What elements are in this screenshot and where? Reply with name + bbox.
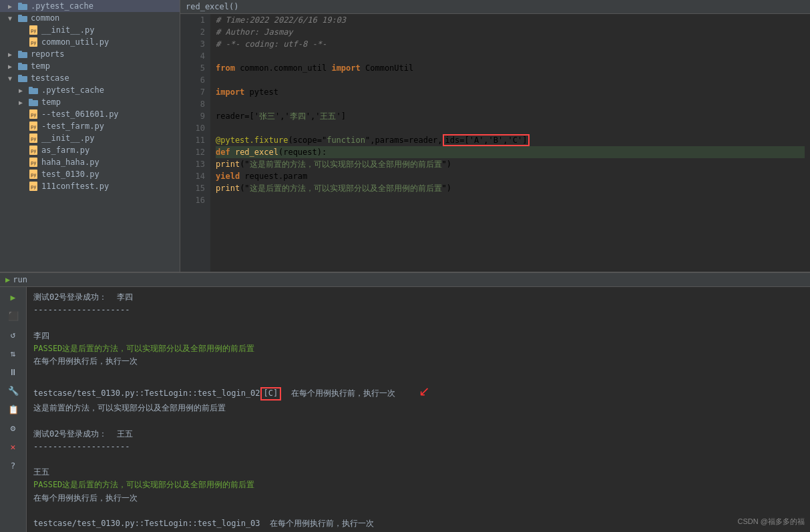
tree-item-conftest-111[interactable]: py111conftest.py	[0, 180, 180, 192]
code-line-1: # Time:2022 2022/6/16 19:03	[216, 14, 805, 26]
tree-item-pytest-cache-root[interactable]: ▶.pytest_cache	[0, 0, 180, 12]
filter-btn[interactable]: 🔧	[4, 383, 23, 398]
console-line-8: 这是前置的方法，可以实现部分以及全部用例的前后置	[33, 402, 803, 415]
tree-label-common-util: common_util.py	[41, 37, 109, 47]
tree-item-common[interactable]: ▼common	[0, 12, 180, 24]
console-line-12	[33, 453, 803, 466]
svg-text:py: py	[31, 172, 36, 178]
tree-item-testcase[interactable]: ▼testcase	[0, 72, 180, 84]
console-line-15: 在每个用例执行后，执行一次	[33, 492, 803, 505]
svg-rect-10	[18, 64, 27, 70]
tree-arrow-temp-tc: ▶	[19, 99, 28, 106]
folder-icon	[17, 61, 28, 71]
py-file-icon: py	[28, 37, 39, 47]
sort-btn[interactable]: ⇅	[4, 346, 23, 360]
tree-item-test-061601[interactable]: py--test_061601.py	[0, 108, 180, 120]
file-tree: ▶.pytest_cache▼commonpy__init__.pypycomm…	[0, 0, 180, 272]
line-num-8: 8	[180, 98, 205, 110]
tree-label-test-farm: -test_farm.py	[41, 121, 104, 131]
py-file-icon: py	[28, 146, 39, 155]
tree-label-testcase: testcase	[31, 73, 69, 83]
tree-item-test-0130[interactable]: pytest_0130.py	[0, 168, 180, 180]
console-line-16	[33, 505, 803, 517]
svg-rect-1	[18, 3, 22, 5]
line-numbers: 12345678910111213141516	[180, 14, 210, 272]
ids-highlight: ids=['A','B','C']	[443, 134, 530, 146]
svg-rect-8	[18, 52, 27, 58]
tree-label-test-0130: test_0130.py	[41, 170, 99, 179]
tree-label-temp-tc: temp	[41, 97, 61, 107]
line-num-7: 7	[180, 86, 205, 98]
svg-rect-11	[18, 63, 22, 65]
console-line-17: testcase/test_0130.py::TestLogin::test_l…	[33, 517, 803, 530]
tree-item-init-common[interactable]: py__init__.py	[0, 24, 180, 36]
line-num-1: 1	[180, 14, 205, 26]
svg-rect-2	[18, 16, 27, 22]
rerun-btn[interactable]: ↺	[4, 327, 23, 342]
code-line-10	[216, 122, 805, 134]
tree-label-pytest-cache-tc: .pytest_cache	[41, 85, 104, 95]
tree-item-as-farm[interactable]: pyas_farm.py	[0, 144, 180, 156]
console-line-10: 测试02号登录成功： 王五	[33, 428, 803, 441]
code-line-16	[216, 194, 805, 206]
tree-item-temp-tc[interactable]: ▶temp	[0, 96, 180, 108]
help-btn[interactable]: ?	[4, 458, 23, 473]
svg-rect-13	[18, 75, 22, 77]
folder-icon	[28, 97, 39, 107]
tree-label-as-farm: as_farm.py	[41, 146, 89, 155]
line-num-14: 14	[180, 170, 205, 182]
settings-btn[interactable]: ⚙	[4, 421, 23, 435]
line-num-10: 10	[180, 122, 205, 134]
bottom-panel: ▶ run ▶ ⬛ ↺ ⇅ ⏸ 🔧 📋 ⚙ ✕ ? 测试02号登录成功： 李四-…	[0, 272, 810, 532]
tree-item-reports[interactable]: ▶reports	[0, 48, 180, 60]
svg-rect-9	[18, 51, 22, 53]
stop-btn[interactable]: ⬛	[4, 308, 23, 323]
code-line-2: # Author: Jasmay	[216, 26, 805, 38]
red-arrow: ↙	[415, 384, 430, 398]
tree-label-init-common: __init__.py	[41, 25, 94, 35]
svg-rect-15	[29, 87, 33, 89]
tree-item-test-farm[interactable]: py-test_farm.py	[0, 120, 180, 132]
code-area[interactable]: 12345678910111213141516 # Time:2022 2022…	[180, 14, 810, 272]
svg-text:py: py	[31, 184, 36, 190]
svg-text:py: py	[31, 40, 36, 45]
folder-icon	[28, 85, 39, 95]
line-num-6: 6	[180, 74, 205, 86]
folder-icon	[17, 73, 28, 83]
line-num-12: 12	[180, 146, 205, 158]
py-file-icon: py	[28, 134, 39, 143]
svg-text:py: py	[31, 136, 36, 142]
py-file-icon: py	[28, 158, 39, 167]
console-line-5: 在每个用例执行后，执行一次	[33, 355, 803, 368]
tree-item-haha-haha[interactable]: pyhaha_haha.py	[0, 156, 180, 168]
tree-arrow-temp: ▶	[8, 63, 17, 70]
run-tab[interactable]: ▶ run	[5, 275, 27, 284]
console-line-11: --------------------	[33, 441, 803, 453]
console-line-1: --------------------	[33, 304, 803, 316]
pause-btn[interactable]: ⏸	[4, 364, 23, 379]
tree-arrow-pytest-cache-root: ▶	[8, 3, 17, 10]
watermark: CSDN @福多多的福	[738, 517, 805, 527]
tree-item-common-util[interactable]: pycommon_util.py	[0, 36, 180, 48]
line-num-16: 16	[180, 194, 205, 206]
line-num-3: 3	[180, 38, 205, 50]
tree-item-pytest-cache-tc[interactable]: ▶.pytest_cache	[0, 84, 180, 96]
code-line-8	[216, 98, 805, 110]
svg-text:py: py	[31, 124, 36, 129]
tree-arrow-reports: ▶	[8, 51, 17, 58]
c-badge: [C]	[260, 387, 282, 401]
code-content: # Time:2022 2022/6/16 19:03# Author: Jas…	[210, 14, 810, 272]
console-line-2	[33, 316, 803, 329]
code-line-5: from common.common_util import CommonUti…	[216, 62, 805, 74]
close-btn[interactable]: ✕	[4, 439, 23, 454]
play-btn[interactable]: ▶	[4, 290, 23, 304]
export-btn[interactable]: 📋	[4, 402, 23, 417]
line-num-15: 15	[180, 182, 205, 194]
console-output[interactable]: 测试02号登录成功： 李四-------------------- 李四PASS…	[27, 287, 810, 532]
py-file-icon: py	[28, 109, 39, 119]
editor-filename: red_excel()	[186, 2, 238, 11]
tree-item-init-tc[interactable]: py__init__.py	[0, 132, 180, 144]
svg-rect-14	[29, 88, 38, 94]
tree-item-temp[interactable]: ▶temp	[0, 60, 180, 72]
py-file-icon: py	[28, 170, 39, 179]
